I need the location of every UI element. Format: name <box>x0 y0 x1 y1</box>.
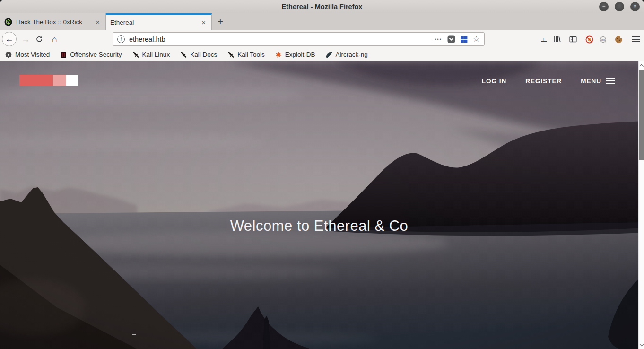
scrollbar-thumb[interactable] <box>639 70 644 160</box>
tab-hack-the-box[interactable]: Hack The Box :: 0xRick × <box>0 13 106 30</box>
page-viewport: LOG IN REGISTER MENU Welcome to Ethereal… <box>0 61 644 349</box>
menu-button[interactable] <box>630 30 642 48</box>
logo-block-white <box>66 75 78 86</box>
login-link[interactable]: LOG IN <box>482 78 507 85</box>
menu-link-label: MENU <box>581 78 601 85</box>
noscript-addon-button[interactable] <box>583 30 595 48</box>
bookmark-label: Offensive Security <box>70 51 122 58</box>
close-button[interactable]: × <box>630 2 640 11</box>
library-button[interactable] <box>551 30 563 48</box>
bookmark-label: Kali Docs <box>190 51 217 58</box>
firefox-window: Ethereal - Mozilla Firefox − × Hack The … <box>0 0 644 349</box>
bookmark-label: Kali Linux <box>142 51 170 58</box>
minimize-button[interactable]: − <box>599 2 609 11</box>
dagger-icon <box>132 51 139 58</box>
titlebar: Ethereal - Mozilla Firefox − × <box>0 0 644 13</box>
scroll-down-icon[interactable] <box>639 342 643 346</box>
site-info-icon[interactable]: i <box>117 35 125 43</box>
sidebar-button[interactable] <box>567 30 579 48</box>
register-link[interactable]: REGISTER <box>525 78 562 85</box>
reload-button[interactable] <box>34 30 45 48</box>
menu-hamburger-icon <box>606 78 615 84</box>
bookmark-offensive-security[interactable]: Offensive Security <box>60 51 122 59</box>
hamburger-icon <box>632 36 640 42</box>
bookmark-aircrack-ng[interactable]: Aircrack-ng <box>325 51 368 59</box>
downloads-button[interactable]: ↓ <box>538 30 549 48</box>
tab-ethereal[interactable]: Ethereal × <box>106 13 212 30</box>
windows-flag-icon[interactable] <box>461 35 468 43</box>
bookmark-label: Aircrack-ng <box>336 51 368 58</box>
gear-icon <box>5 51 12 59</box>
dagger-icon <box>227 51 235 58</box>
library-icon <box>553 35 561 43</box>
maximize-button[interactable] <box>615 2 624 11</box>
menu-toggle[interactable]: MENU <box>581 78 615 85</box>
forward-button[interactable]: → <box>20 30 31 48</box>
htb-cube-icon <box>4 18 12 26</box>
site-logo[interactable] <box>19 75 78 86</box>
tab-title: Hack The Box :: 0xRick <box>16 18 90 26</box>
cookie-manager-icon: oki <box>600 35 608 44</box>
bookmark-most-visited[interactable]: Most Visited <box>5 51 50 59</box>
bookmark-kali-tools[interactable]: Kali Tools <box>227 51 265 58</box>
bookmark-star-icon[interactable]: ☆ <box>473 34 480 44</box>
maximize-icon <box>618 5 621 8</box>
bookmark-kali-docs[interactable]: Kali Docs <box>180 51 217 58</box>
bookmark-kali-linux[interactable]: Kali Linux <box>132 51 170 58</box>
new-tab-button[interactable]: + <box>212 13 229 30</box>
offsec-icon <box>60 51 67 59</box>
url-bar[interactable]: i ethereal.htb ••• ☆ <box>113 32 485 46</box>
logo-block-red <box>19 75 53 86</box>
url-text[interactable]: ethereal.htb <box>129 35 435 43</box>
back-button[interactable]: ← <box>2 32 17 46</box>
dagger-icon <box>180 51 187 58</box>
page-title: Welcome to Ethereal & Co <box>0 218 638 235</box>
splat-icon <box>275 51 282 59</box>
sidebar-icon <box>569 35 577 43</box>
bookmarks-toolbar: Most Visited Offensive Security Kali Lin… <box>0 48 644 61</box>
hero-image <box>0 61 644 349</box>
tab-bar: Hack The Box :: 0xRick × Ethereal × + <box>0 13 644 30</box>
page-scrollbar[interactable] <box>638 61 644 349</box>
toolbar-separator <box>629 34 629 44</box>
cookie-addon-button[interactable] <box>613 30 624 48</box>
navigation-toolbar: ← → ⌂ i ethereal.htb ••• ☆ <box>0 30 644 48</box>
tab-close-icon[interactable]: × <box>200 18 207 26</box>
window-controls: − × <box>599 2 640 11</box>
pocket-icon[interactable] <box>447 35 455 43</box>
noscript-icon <box>585 35 593 44</box>
wing-icon <box>325 51 333 59</box>
bookmark-label: Most Visited <box>15 51 50 58</box>
cookie-manager-addon-button[interactable]: oki <box>598 30 609 48</box>
svg-text:oki: oki <box>601 38 604 41</box>
site-navigation: LOG IN REGISTER MENU <box>482 75 615 87</box>
cookie-icon <box>615 35 623 44</box>
home-button[interactable]: ⌂ <box>49 30 60 48</box>
logo-block-pink <box>53 75 66 86</box>
bookmark-exploit-db[interactable]: Exploit-DB <box>275 51 315 59</box>
tab-title: Ethereal <box>110 19 196 26</box>
scroll-up-icon[interactable] <box>639 64 643 68</box>
page-actions-icon[interactable]: ••• <box>435 37 442 42</box>
window-title: Ethereal - Mozilla Firefox <box>282 3 363 10</box>
reload-icon <box>35 35 43 43</box>
tab-close-icon[interactable]: × <box>94 18 101 26</box>
bookmark-label: Exploit-DB <box>285 51 315 58</box>
bookmark-label: Kali Tools <box>237 51 265 58</box>
